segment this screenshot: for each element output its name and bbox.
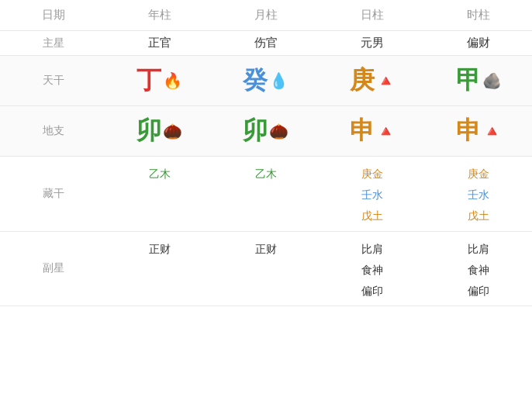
- fuxing-nian-1: 正财: [149, 240, 171, 259]
- fuxing-nian: 正财: [106, 231, 212, 306]
- canggan-yue: 乙木: [212, 157, 319, 232]
- zhuxing-row: 主星 正官 伤官 元男 偏财: [0, 31, 532, 56]
- fuxing-label: 副星: [0, 231, 106, 306]
- dizhi-nian-char: 卯: [136, 114, 161, 148]
- zhuxing-ri: 元男: [320, 31, 426, 56]
- dizhi-ri: 申 🔺: [320, 106, 426, 157]
- dizhi-ri-content: 申 🔺: [350, 114, 396, 148]
- fuxing-ri-2: 食神: [361, 261, 383, 280]
- fuxing-ri-1: 比肩: [361, 240, 383, 259]
- canggan-shi-lines: 庚金 壬水 戊土: [429, 164, 529, 226]
- zhuxing-label: 主星: [0, 31, 106, 56]
- tiangan-ri-content: 庚 🔺: [350, 64, 396, 98]
- canggan-shi-3: 戊土: [468, 206, 489, 226]
- tiangan-shi: 甲 🪨: [426, 56, 532, 106]
- tiangan-shi-icon: 🪨: [482, 71, 502, 90]
- canggan-shi: 庚金 壬水 戊土: [426, 157, 532, 232]
- header-nian: 年柱: [106, 0, 212, 31]
- canggan-shi-2: 壬水: [468, 185, 489, 205]
- canggan-shi-1: 庚金: [468, 164, 489, 184]
- zhuxing-shi: 偏财: [426, 31, 532, 56]
- canggan-nian: 乙木: [106, 157, 212, 232]
- dizhi-ri-icon: 🔺: [376, 122, 396, 140]
- tiangan-nian-content: 丁 🔥: [136, 64, 182, 98]
- dizhi-yue-content: 卯 🌰: [243, 114, 288, 148]
- tiangan-nian-char: 丁: [136, 64, 161, 98]
- fuxing-yue-lines: 正财: [216, 240, 316, 259]
- dizhi-yue: 卯 🌰: [212, 106, 319, 157]
- header-row: 日期 年柱 月柱 日柱 时柱: [0, 0, 532, 31]
- dizhi-nian-content: 卯 🌰: [136, 114, 182, 148]
- dizhi-row: 地支 卯 🌰 卯 🌰 申 🔺: [0, 106, 532, 157]
- tiangan-yue-icon: 💧: [269, 71, 288, 90]
- dizhi-shi-char: 申: [456, 114, 481, 148]
- tiangan-shi-char: 甲: [456, 64, 481, 98]
- dizhi-shi-content: 申 🔺: [456, 114, 502, 148]
- canggan-ri-1: 庚金: [361, 164, 383, 184]
- zhuxing-nian: 正官: [106, 31, 212, 56]
- canggan-ri: 庚金 壬水 戊土: [320, 157, 426, 232]
- tiangan-ri-icon: 🔺: [376, 71, 396, 90]
- fuxing-ri-lines: 比肩 食神 偏印: [323, 240, 423, 302]
- canggan-nian-1: 乙木: [149, 164, 171, 184]
- canggan-row: 藏干 乙木 乙木 庚金 壬水 戊土 庚金: [0, 157, 532, 232]
- dizhi-ri-char: 申: [350, 114, 375, 148]
- fuxing-shi: 比肩 食神 偏印: [426, 231, 532, 306]
- tiangan-row: 天干 丁 🔥 癸 💧 庚 🔺: [0, 56, 532, 106]
- tiangan-yue-content: 癸 💧: [243, 64, 288, 98]
- fuxing-shi-3: 偏印: [468, 281, 489, 301]
- fuxing-yue: 正财: [212, 231, 319, 306]
- fuxing-shi-2: 食神: [468, 261, 489, 280]
- tiangan-ri-char: 庚: [350, 64, 375, 98]
- tiangan-nian-icon: 🔥: [163, 71, 182, 90]
- canggan-nian-lines: 乙木: [109, 164, 209, 184]
- tiangan-yue-char: 癸: [243, 64, 268, 98]
- tiangan-nian: 丁 🔥: [106, 56, 212, 106]
- fuxing-row: 副星 正财 正财 比肩 食神 偏印 比肩: [0, 231, 532, 306]
- dizhi-yue-char: 卯: [243, 114, 268, 148]
- fuxing-ri: 比肩 食神 偏印: [320, 231, 426, 306]
- fuxing-nian-lines: 正财: [109, 240, 209, 259]
- tiangan-ri: 庚 🔺: [320, 56, 426, 106]
- fuxing-ri-3: 偏印: [361, 281, 383, 301]
- header-yue: 月柱: [212, 0, 319, 31]
- canggan-ri-3: 戊土: [361, 206, 383, 226]
- dizhi-shi-icon: 🔺: [482, 122, 502, 140]
- tiangan-label: 天干: [0, 56, 106, 106]
- header-ri: 日柱: [320, 0, 426, 31]
- tiangan-shi-content: 甲 🪨: [456, 64, 502, 98]
- fuxing-shi-lines: 比肩 食神 偏印: [429, 240, 529, 302]
- canggan-yue-lines: 乙木: [216, 164, 316, 184]
- header-shi: 时柱: [426, 0, 532, 31]
- canggan-label: 藏干: [0, 157, 106, 232]
- dizhi-label: 地支: [0, 106, 106, 157]
- dizhi-shi: 申 🔺: [426, 106, 532, 157]
- fuxing-yue-1: 正财: [255, 240, 277, 259]
- canggan-yue-1: 乙木: [255, 164, 277, 184]
- canggan-ri-2: 壬水: [361, 185, 383, 205]
- header-date: 日期: [0, 0, 106, 31]
- canggan-ri-lines: 庚金 壬水 戊土: [323, 164, 423, 226]
- tiangan-yue: 癸 💧: [212, 56, 319, 106]
- dizhi-nian: 卯 🌰: [106, 106, 212, 157]
- dizhi-yue-icon: 🌰: [269, 122, 288, 140]
- fuxing-shi-1: 比肩: [468, 240, 489, 259]
- zhuxing-yue: 伤官: [212, 31, 319, 56]
- dizhi-nian-icon: 🌰: [163, 122, 182, 140]
